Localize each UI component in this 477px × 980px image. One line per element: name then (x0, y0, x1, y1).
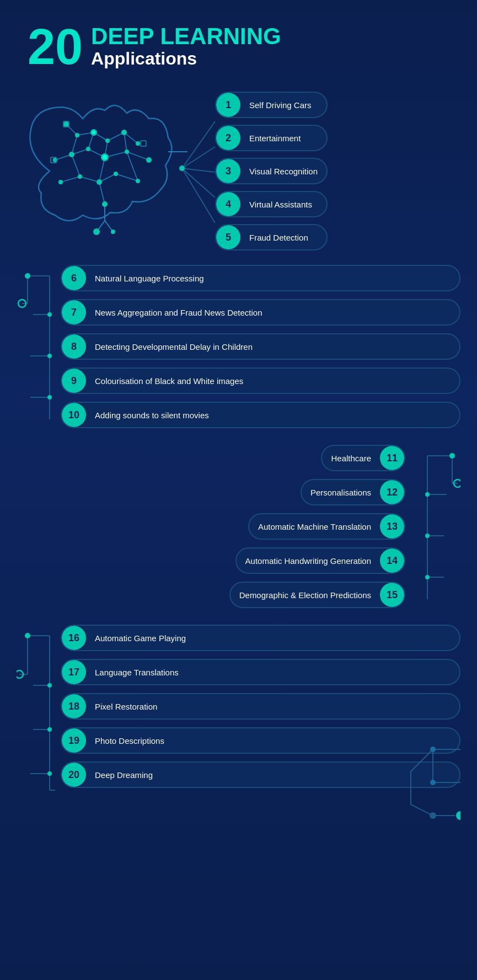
item-number: 20 (62, 763, 86, 787)
header-subtitle: Applications (91, 48, 281, 69)
item-number: 16 (62, 626, 86, 650)
page-container: 20 DEEP LEARNING Applications (0, 0, 477, 980)
list-item: 17 Language Translations (61, 659, 460, 685)
item-number: 19 (62, 728, 86, 753)
header-number: 20 (28, 22, 83, 72)
item-label: Demographic & Election Predictions (231, 590, 380, 600)
svg-point-50 (92, 131, 95, 134)
svg-point-64 (25, 273, 30, 279)
brain-graphic (17, 88, 204, 254)
svg-point-31 (136, 141, 140, 146)
svg-point-26 (63, 121, 69, 127)
item-number: 14 (380, 548, 404, 573)
item-label: Colourisation of Black and White images (86, 376, 252, 386)
item-number: 9 (62, 369, 86, 393)
item-number: 13 (380, 514, 404, 539)
svg-point-29 (105, 139, 110, 143)
svg-point-30 (121, 130, 127, 135)
list-item: 16 Automatic Game Playing (61, 625, 460, 651)
item-label: Automatic Handwriting Generation (237, 556, 380, 566)
header: 20 DEEP LEARNING Applications (17, 22, 460, 72)
item-label: Personalisations (302, 488, 380, 497)
item-number: 10 (62, 403, 86, 427)
section-brain: 1 Self Driving Cars 2 Entertainment 3 Vi… (17, 88, 460, 254)
svg-point-93 (47, 771, 52, 776)
item-label: Virtual Assistants (240, 200, 321, 209)
svg-point-80 (425, 575, 430, 579)
header-title: DEEP LEARNING (91, 25, 281, 48)
item-label: Adding sounds to silent movies (86, 411, 218, 420)
svg-point-67 (47, 354, 52, 358)
svg-point-38 (58, 180, 63, 184)
svg-point-98 (430, 812, 436, 819)
list-item: 12 Personalisations (301, 479, 405, 505)
item-label: Healthcare (322, 454, 380, 463)
svg-point-39 (78, 174, 82, 179)
section-6-10: 6 Natural Language Processing 7 News Agg… (17, 265, 460, 428)
item-number: 7 (62, 300, 86, 324)
svg-point-97 (430, 780, 436, 785)
svg-point-89 (25, 633, 30, 638)
list-item: 15 Demographic & Election Predictions (229, 582, 405, 608)
list-item: 6 Natural Language Processing (61, 265, 460, 291)
list-item: 9 Colourisation of Black and White image… (61, 368, 460, 394)
svg-point-34 (86, 147, 90, 151)
svg-point-42 (136, 179, 140, 183)
list-item: 10 Adding sounds to silent movies (61, 402, 460, 428)
header-text: DEEP LEARNING Applications (91, 25, 281, 69)
item-label: Fraud Detection (240, 233, 317, 242)
item-label: Entertainment (240, 134, 309, 143)
svg-line-51 (182, 121, 215, 168)
item-number: 11 (380, 446, 404, 470)
list-item: 18 Pixel Restoration (61, 693, 460, 720)
item-number: 15 (380, 583, 404, 607)
list-item: 14 Automatic Handwriting Generation (235, 547, 405, 574)
item-number: 18 (62, 694, 86, 718)
item-label: News Aggregation and Fraud News Detectio… (86, 308, 271, 317)
svg-point-79 (425, 534, 430, 538)
svg-point-91 (47, 683, 52, 688)
item-label: Automatic Game Playing (86, 633, 195, 643)
svg-point-66 (47, 312, 52, 317)
svg-point-33 (69, 152, 74, 157)
svg-point-92 (47, 727, 52, 732)
svg-point-27 (75, 133, 79, 137)
svg-point-99 (456, 811, 460, 820)
svg-line-54 (182, 168, 215, 198)
svg-point-44 (93, 228, 100, 235)
item-number: 6 (62, 266, 86, 290)
svg-point-68 (47, 395, 52, 400)
svg-point-96 (430, 747, 436, 752)
svg-point-40 (97, 179, 102, 185)
svg-point-36 (125, 150, 129, 154)
items-6-10-list: 6 Natural Language Processing 7 News Agg… (61, 265, 460, 428)
svg-point-32 (53, 158, 57, 162)
item-label: Visual Recognition (240, 167, 326, 176)
svg-point-41 (114, 172, 118, 176)
items-11-15-list: 11 Healthcare 12 Personalisations 13 Aut… (17, 445, 405, 608)
item-label: Automatic Machine Translation (249, 522, 380, 531)
item-label: Pixel Restoration (86, 702, 166, 711)
svg-line-52 (182, 147, 215, 168)
svg-point-76 (449, 453, 455, 459)
list-item: 11 Healthcare (321, 445, 405, 471)
item-number: 17 (62, 660, 86, 684)
item-label: Natural Language Processing (86, 274, 213, 283)
item-label: Language Translations (86, 668, 187, 677)
item-label: Photo Descriptions (86, 736, 173, 745)
svg-point-45 (111, 230, 115, 234)
item-label: Self Driving Cars (240, 100, 320, 110)
svg-point-49 (103, 155, 107, 159)
svg-line-55 (182, 168, 215, 223)
svg-point-78 (425, 492, 430, 497)
section-16-20: 16 Automatic Game Playing 17 Language Tr… (17, 625, 460, 788)
list-item: 8 Detecting Developmental Delay in Child… (61, 333, 460, 360)
item-number: 12 (380, 480, 404, 504)
item-number: 8 (62, 334, 86, 359)
item-label: Detecting Developmental Delay in Childre… (86, 342, 261, 351)
list-item: 13 Automatic Machine Translation (248, 513, 405, 540)
section-11-15: 11 Healthcare 12 Personalisations 13 Aut… (17, 445, 460, 608)
list-item: 7 News Aggregation and Fraud News Detect… (61, 299, 460, 326)
svg-point-37 (146, 157, 152, 163)
svg-point-43 (102, 201, 108, 207)
